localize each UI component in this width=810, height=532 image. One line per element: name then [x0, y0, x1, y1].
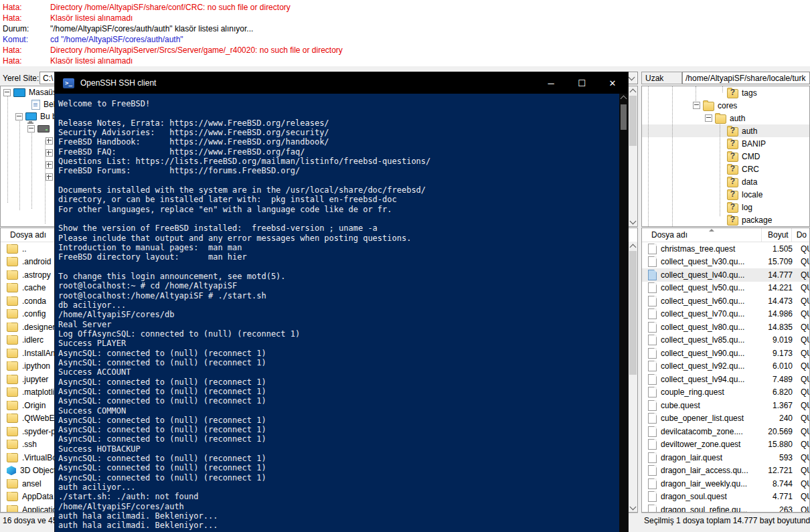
column-header-type[interactable]: Do: [792, 228, 809, 242]
scrollbar-thumb[interactable]: [621, 104, 627, 130]
file-row[interactable]: dragon_lair.quest 593 QU: [642, 451, 809, 464]
file-name: .astropy: [22, 270, 51, 280]
scrollbar-thumb[interactable]: [629, 96, 637, 146]
tree-expander[interactable]: [705, 114, 712, 122]
file-row[interactable]: dragon_soul.quest 4.771 QU: [642, 491, 809, 504]
file-row[interactable]: collect_quest_lv30.qu... 15.709 QU: [642, 256, 809, 269]
tree-expander[interactable]: [46, 173, 53, 181]
tree-expander[interactable]: [27, 125, 35, 132]
file-type: QU: [796, 335, 809, 345]
file-type: QU: [796, 257, 809, 266]
tree-item[interactable]: BANIP: [642, 137, 809, 150]
terminal-window: >_ OpenSSH SSH client ─ ☐ ✕ Welcome to F…: [55, 72, 628, 532]
tree-expander[interactable]: [46, 161, 53, 169]
file-row[interactable]: collect_quest_lv92.qu... 6.010 QU: [642, 360, 809, 373]
terminal-line: Success COMMON: [58, 406, 619, 416]
terminal-title-bar[interactable]: >_ OpenSSH SSH client ─ ☐ ✕: [55, 72, 628, 94]
terminal-line: Introduction to manual pages: man man: [58, 243, 619, 252]
tree-expander[interactable]: [693, 102, 700, 109]
file-name: dragon_lair.quest: [661, 453, 722, 462]
tree-item-label: BANIP: [742, 139, 766, 149]
remote-site-label: Uzak Site:: [641, 72, 682, 84]
tree-expander[interactable]: [3, 89, 11, 96]
file-row[interactable]: dragon_soul_refine.qu... 263 QU: [642, 503, 809, 513]
file-row[interactable]: couple_ring.quest 6.820 QU: [642, 386, 809, 400]
minimize-button[interactable]: ─: [536, 72, 566, 94]
file-row[interactable]: dragon_lair_weekly.qu... 8.744 QU: [642, 477, 809, 491]
file-row[interactable]: collect_quest_lv60.qu... 14.473 QU: [642, 294, 809, 308]
remote-site-combobox[interactable]: /home/AltyapiSF/share/locale/turk: [682, 72, 810, 84]
tree-item-icon: [727, 203, 738, 213]
file-row[interactable]: christmas_tree.quest 1.505 QU: [642, 242, 809, 256]
tree-item-label: locale: [742, 190, 762, 199]
local-list-scrollbar[interactable]: [628, 242, 637, 512]
maximize-button[interactable]: ☐: [566, 72, 597, 94]
terminal-line: AsyncSQL: connected to (null) (reconnect…: [58, 349, 619, 358]
terminal-scrollbar[interactable]: [619, 94, 628, 532]
file-name: ansel: [22, 479, 42, 489]
tree-item[interactable]: auth: [642, 124, 809, 137]
file-icon: [7, 453, 18, 462]
tree-item[interactable]: locale: [642, 188, 809, 201]
scroll-up-button[interactable]: [629, 242, 637, 250]
file-row[interactable]: dragon_lair_access.qu... 12.721 QU: [642, 464, 809, 478]
scroll-down-button[interactable]: [629, 217, 637, 226]
file-row[interactable]: collect_quest_lv90.qu... 9.173 QU: [642, 347, 809, 360]
tree-item[interactable]: cores: [642, 99, 809, 112]
close-button[interactable]: ✕: [597, 72, 628, 94]
file-row[interactable]: cube.quest 1.367 QU: [642, 399, 809, 412]
tree-item[interactable]: data: [642, 175, 809, 188]
file-size: 6.010: [765, 361, 796, 371]
file-name: .config: [22, 309, 46, 319]
tree-item[interactable]: package: [642, 213, 809, 226]
file-row[interactable]: collect_quest_lv85.qu... 9.019 QU: [642, 334, 809, 347]
scrollbar-thumb[interactable]: [629, 251, 637, 375]
log-row: Hata: Directory /home/AltyapiSF/share/co…: [0, 2, 810, 13]
file-row[interactable]: collect_quest_lv40.qu... 14.777 QU: [642, 268, 809, 282]
scroll-down-button[interactable]: [629, 503, 637, 512]
local-site-dropdown-button[interactable]: [627, 73, 637, 84]
terminal-line: Success ACCOUNT: [58, 367, 619, 377]
file-icon: [648, 282, 657, 293]
file-name: cube_opener_list.quest: [661, 414, 744, 423]
file-icon: [648, 491, 657, 502]
file-row[interactable]: collect_quest_lv70.qu... 14.986 QU: [642, 308, 809, 321]
tree-expander[interactable]: [46, 149, 53, 157]
file-row[interactable]: collect_quest_lv80.qu... 14.835 QU: [642, 321, 809, 334]
file-type: QU: [796, 479, 809, 489]
terminal-line: auth hala acilmadi. Bekleniyor...: [58, 521, 619, 530]
file-name: .Origin: [22, 401, 46, 410]
file-icon: [648, 296, 657, 306]
tree-item[interactable]: auth: [642, 112, 809, 124]
tree-item-label: data: [742, 177, 757, 187]
log-row-message: Directory /home/AltyapiSF/share/conf/CRC…: [50, 2, 291, 13]
file-row[interactable]: cube_opener_list.quest 240 QU: [642, 412, 809, 426]
file-type: QU: [796, 323, 809, 332]
file-row[interactable]: deviltower_zone.quest 15.880 QU: [642, 438, 809, 452]
log-row-label: Durum:: [0, 23, 50, 34]
file-row[interactable]: collect_quest_lv50.qu... 14.221 QU: [642, 282, 809, 295]
tree-guide: [19, 116, 20, 210]
file-row[interactable]: collect_quest_lv94.qu... 7.489 QU: [642, 373, 809, 386]
tree-item-label: package: [742, 215, 772, 225]
tree-item[interactable]: CMD: [642, 150, 809, 163]
local-site-label: Yerel Site:: [3, 74, 39, 83]
file-icon: [648, 465, 657, 476]
tree-expander[interactable]: [15, 113, 23, 120]
tree-item-icon: [715, 114, 726, 124]
terminal-output[interactable]: Welcome to FreeBSD! Release Notes, Errat…: [55, 94, 619, 532]
terminal-line: AsyncSQL: connected to (null) (reconnect…: [58, 463, 619, 472]
local-tree-scrollbar[interactable]: [628, 86, 637, 226]
file-icon: [7, 296, 18, 306]
column-header-size[interactable]: Boyut: [762, 228, 792, 242]
tree-item-icon: [37, 125, 50, 132]
tree-item[interactable]: log: [642, 201, 809, 213]
file-row[interactable]: devilcatacomb_zone.... 20.569 QU: [642, 425, 809, 438]
column-header-name[interactable]: Dosya adı: [642, 228, 762, 242]
tree-expander[interactable]: [46, 137, 53, 145]
tree-item[interactable]: CRC: [642, 163, 809, 175]
tree-item-label: tags: [742, 88, 757, 98]
file-name: collect_quest_lv60.qu...: [661, 296, 744, 306]
tree-item[interactable]: tags: [642, 86, 809, 99]
scroll-up-button[interactable]: [629, 86, 637, 95]
